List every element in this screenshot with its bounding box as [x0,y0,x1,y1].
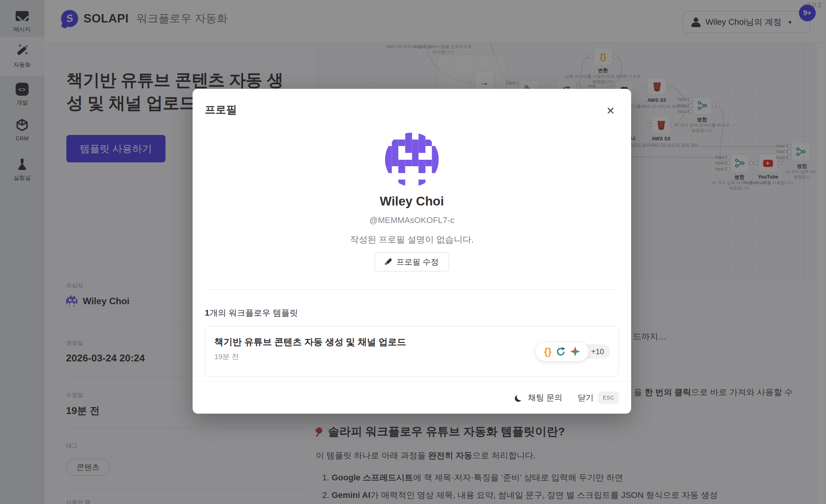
gemini-icon [570,347,580,356]
modal-title: 프로필 [205,103,237,117]
chat-inquiry-label: 채팅 문의 [528,392,562,403]
modal-footer: 채팅 문의 닫기 ESC [193,381,631,414]
close-icon[interactable]: ✕ [604,104,617,118]
edit-profile-label: 프로필 수정 [397,257,439,267]
template-card[interactable]: 책기반 유튜브 콘텐츠 자동 생성 및 채널 업로드 19분 전 +10 {} [205,326,619,377]
profile-modal: 프로필 ✕ Wiley Choi @MEMMAsOKOFL7-c 작성된 프로필… [193,89,631,414]
template-card-title: 책기반 유튜브 콘텐츠 자동 생성 및 채널 업로드 [214,336,406,348]
profile-handle: @MEMMAsOKOFL7-c [193,215,631,225]
moon-icon [517,393,524,400]
template-count: 1개의 워크플로우 템플릿 [205,307,298,319]
esc-key-badge: ESC [598,392,619,404]
braces-icon: {} [544,346,551,357]
chat-inquiry-button[interactable]: 채팅 문의 [517,392,562,403]
avatar [385,133,439,186]
app-icons-pill: {} [535,342,589,361]
close-modal-button[interactable]: 닫기 ESC [578,392,619,404]
profile-empty-description: 작성된 프로필 설명이 없습니다. [193,234,631,246]
edit-profile-button[interactable]: 프로필 수정 [375,252,449,271]
refresh-icon [556,347,566,357]
pencil-icon [385,258,392,265]
divider [205,289,619,290]
profile-name: Wiley Choi [193,194,631,209]
close-label: 닫기 [578,392,594,403]
template-card-time: 19분 전 [214,352,239,362]
app-icon-cluster: +10 {} [535,342,610,361]
